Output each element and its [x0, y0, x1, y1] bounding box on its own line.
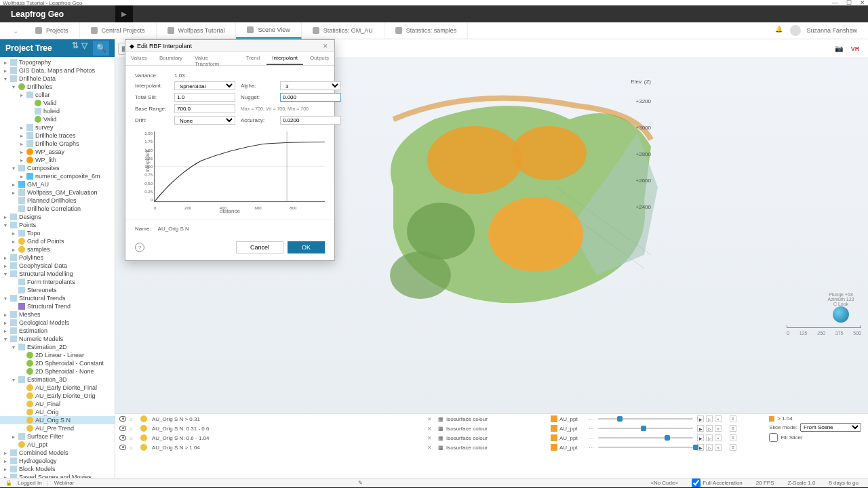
orient-ball-icon[interactable]: [833, 306, 849, 323]
tree-item[interactable]: ▸Combined Models: [0, 449, 115, 457]
fill-slicer-checkbox[interactable]: [769, 433, 778, 442]
visibility-icon[interactable]: [119, 416, 126, 422]
sort-icon[interactable]: ⇅: [72, 41, 79, 56]
nav-back-icon[interactable]: ⌄: [7, 22, 24, 39]
tree-item[interactable]: AU_Early Diorite_Orig: [0, 392, 115, 400]
iso-icon[interactable]: ▦: [438, 426, 443, 432]
tab-projects[interactable]: Projects: [24, 22, 80, 39]
tree-item[interactable]: ▸Grid of Points: [0, 237, 115, 245]
tree-item[interactable]: ▾Drillholes: [0, 83, 115, 91]
tree-item[interactable]: ▸Polylines: [0, 253, 115, 262]
tree-item[interactable]: ▸Topo: [0, 229, 115, 237]
maximize-button[interactable]: ☐: [846, 0, 852, 6]
ff-icon[interactable]: »: [715, 434, 722, 441]
tree-item[interactable]: ▸collar: [0, 91, 115, 99]
orientation-widget[interactable]: Plunge +18 Azimuth 123 C Look: [821, 292, 861, 325]
ok-button[interactable]: OK: [288, 241, 325, 253]
tree-item[interactable]: ▸Designs: [0, 213, 115, 221]
tree-item[interactable]: ▸GIS Data, Maps and Photos: [0, 66, 115, 75]
list-icon[interactable]: ≡: [730, 434, 736, 441]
list-icon[interactable]: ≡: [730, 425, 736, 432]
interpolant-select[interactable]: Spheroidal: [174, 81, 235, 90]
tree-item[interactable]: ▾Numeric Models: [0, 335, 115, 343]
tree-item[interactable]: AU_Orig: [0, 408, 115, 416]
cancel-button[interactable]: Cancel: [236, 241, 283, 253]
minimize-button[interactable]: —: [832, 0, 838, 6]
tree-item[interactable]: ▸Drillhole Graphs: [0, 140, 115, 148]
light-icon[interactable]: ☼: [129, 426, 134, 432]
tree-item[interactable]: AU_Pre Trend: [0, 424, 115, 432]
opts-icon[interactable]: ⋯: [589, 416, 594, 422]
tree-item[interactable]: ▸Geophysical Data: [0, 262, 115, 270]
tab-central-projects[interactable]: Central Projects: [80, 22, 157, 39]
close-button[interactable]: ✕: [860, 0, 865, 6]
play-icon[interactable]: ▶: [697, 425, 704, 432]
tree-item[interactable]: AU_Early Diorite_Final: [0, 384, 115, 392]
search-icon[interactable]: 🔍: [93, 41, 109, 56]
remove-icon[interactable]: ✕: [427, 416, 434, 422]
tree-item[interactable]: ▸Topography: [0, 58, 115, 66]
tree-item[interactable]: Valid: [0, 99, 115, 107]
dialog-tab-values[interactable]: Values: [125, 52, 153, 65]
dialog-tab-trend[interactable]: Trend: [241, 52, 266, 65]
color-swatch[interactable]: [551, 444, 557, 451]
remove-icon[interactable]: ✕: [427, 435, 434, 441]
visibility-icon[interactable]: [119, 435, 126, 441]
filter-icon[interactable]: ▽: [81, 41, 87, 56]
tab-scene-view[interactable]: Scene View: [236, 22, 301, 39]
opts-icon[interactable]: ⋯: [589, 445, 594, 451]
play-icon[interactable]: ▶: [697, 434, 704, 441]
tree-item[interactable]: ▸samples: [0, 245, 115, 253]
ff-icon[interactable]: »: [715, 415, 722, 422]
help-icon[interactable]: ?: [135, 243, 144, 252]
tree-item[interactable]: ▾Points: [0, 221, 115, 229]
opacity-slider[interactable]: [598, 418, 693, 420]
tree-item[interactable]: ▾Composites: [0, 164, 115, 172]
tree-item[interactable]: Structural Trend: [0, 302, 115, 310]
tab-wolfpass-tutorial[interactable]: Wolfpass Tutorial: [157, 22, 237, 39]
tree-item[interactable]: Form Interpolants: [0, 278, 115, 286]
base-range-input[interactable]: [174, 104, 235, 113]
tree-item[interactable]: AU_Orig S N: [0, 416, 115, 424]
tree-item[interactable]: ▾Structural Modelling: [0, 270, 115, 278]
iso-icon[interactable]: ▦: [438, 416, 443, 422]
color-swatch[interactable]: [551, 425, 557, 432]
opts-icon[interactable]: ⋯: [589, 426, 594, 432]
skip-icon[interactable]: ▷: [706, 425, 713, 432]
camera-icon[interactable]: 📷: [833, 43, 845, 55]
slice-mode-select[interactable]: From Scene: [800, 423, 861, 432]
ff-icon[interactable]: »: [715, 425, 722, 432]
tree-item[interactable]: Stereonets: [0, 286, 115, 294]
tree-item[interactable]: ▸Hydrogeology: [0, 457, 115, 465]
tree-item[interactable]: ▸Block Models: [0, 465, 115, 473]
tree-item[interactable]: ▾Estimation_2D: [0, 343, 115, 351]
tree-item[interactable]: ▸survey: [0, 123, 115, 131]
total-sill-input[interactable]: [174, 93, 235, 102]
opacity-slider[interactable]: [598, 428, 693, 429]
tab-statistics-samples[interactable]: Statistics: samples: [384, 22, 469, 39]
tree-item[interactable]: ▸Saved Scenes and Movies: [0, 473, 115, 478]
light-icon[interactable]: ☼: [129, 416, 134, 422]
tree-item[interactable]: 2D Spheroidal - Constant: [0, 359, 115, 367]
tree-item[interactable]: ▸Meshes: [0, 310, 115, 319]
tree-item[interactable]: AU_Final: [0, 400, 115, 408]
dialog-tab-value-transform[interactable]: Value Transform: [189, 52, 239, 65]
opacity-slider[interactable]: [598, 437, 693, 439]
dialog-close-icon[interactable]: ✕: [321, 41, 330, 51]
dialog-tab-outputs[interactable]: Outputs: [304, 52, 334, 65]
dialog-tab-boundary[interactable]: Boundary: [154, 52, 188, 65]
tree-item[interactable]: ▾Drillhole Data: [0, 75, 115, 83]
alpha-select[interactable]: 3: [280, 81, 341, 90]
tree-item[interactable]: ▸Geological Models: [0, 319, 115, 327]
dialog-tab-interpolant[interactable]: Interpolant: [267, 52, 303, 65]
bell-icon[interactable]: 🔔: [775, 26, 785, 35]
tree-item[interactable]: holeid: [0, 107, 115, 115]
full-accel-checkbox[interactable]: [692, 479, 701, 487]
tab-statistics-gm-au[interactable]: Statistics: GM_AU: [302, 22, 384, 39]
tree-item[interactable]: ▸numeric_composite_6m: [0, 172, 115, 180]
tree-item[interactable]: Drillhole Correlation: [0, 205, 115, 213]
tree-item[interactable]: ▸WP_lith: [0, 156, 115, 164]
accuracy-input[interactable]: [280, 116, 341, 125]
iso-icon[interactable]: ▦: [438, 435, 443, 441]
list-icon[interactable]: ≡: [730, 444, 736, 451]
